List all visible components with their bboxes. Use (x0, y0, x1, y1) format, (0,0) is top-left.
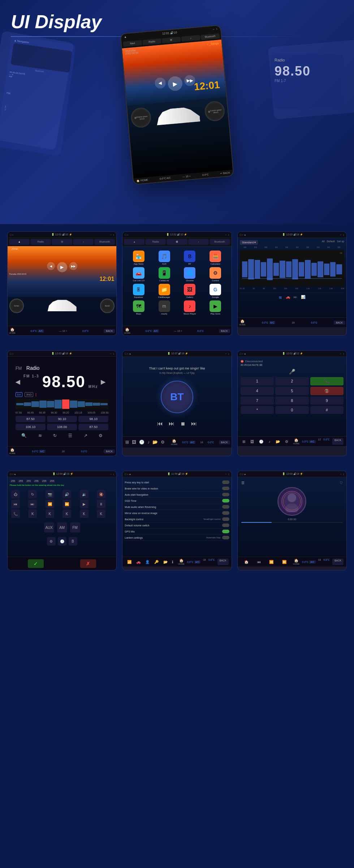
app-google[interactable]: G Google (204, 284, 227, 298)
s2-ac-label[interactable]: A/C (194, 560, 201, 564)
home-nav-radio[interactable]: Radio (30, 239, 51, 245)
radio-eq-icon[interactable]: ≋ (38, 433, 42, 438)
bt-folder-icon[interactable]: 📂 (152, 440, 158, 445)
preset-5[interactable]: 108.00 (47, 424, 77, 430)
s2-home-btn[interactable]: 🏠 HOME (178, 559, 185, 565)
toggle-8[interactable] (222, 523, 229, 527)
eq-bar-7[interactable] (280, 261, 285, 278)
back-btn[interactable]: BACK (104, 329, 115, 333)
eq-bar-13[interactable] (318, 261, 323, 277)
toggle-9[interactable] (222, 530, 229, 533)
settings-check-btn[interactable]: ✓ (28, 559, 44, 568)
phone-back-btn[interactable]: BACK (332, 438, 344, 445)
settings-k4-icon[interactable]: K (80, 509, 88, 518)
settings-gear2-icon[interactable]: ⚙ (47, 537, 56, 546)
apps-slider-plus[interactable]: + (181, 330, 182, 332)
bt-keypad-icon[interactable]: ⊞ (125, 440, 129, 445)
apps-ac-label[interactable]: A/C (153, 329, 159, 333)
eq-chart-icon[interactable]: 📊 (301, 295, 305, 300)
preset-3[interactable]: 98.10 (78, 416, 108, 422)
radio-repeat-icon[interactable]: ↻ (53, 433, 57, 438)
settings-ff-icon[interactable]: ⏩ (62, 500, 71, 508)
dial-call-btn[interactable]: 📞 (310, 377, 344, 385)
home-play[interactable]: ▶ (57, 262, 67, 272)
bt-clock-icon[interactable]: 🕐 (139, 440, 144, 445)
radio-list-icon[interactable]: ☰ (68, 433, 72, 438)
apps-nav-apps[interactable]: ⊞ (167, 239, 187, 245)
toggle-2[interactable] (222, 487, 229, 490)
dial-8[interactable]: 8 (275, 397, 308, 405)
eq-preset-label[interactable]: Standard ▾ (240, 240, 258, 245)
music-prev-icon[interactable]: ⏮ (257, 560, 261, 564)
toggle-6[interactable] (222, 511, 229, 515)
settings-camera-icon[interactable]: 📷 (46, 490, 54, 499)
preset-6[interactable]: 87.50 (78, 424, 108, 430)
app-calculator[interactable]: 🧮 Calculator (204, 251, 227, 265)
app-mozify[interactable]: m mozify (152, 300, 176, 315)
app-carbitlink[interactable]: 📱 CarbitLink (152, 267, 176, 282)
phone-music-icon[interactable]: ♪ (269, 440, 271, 444)
bottom-back[interactable]: ↩ BACK (220, 171, 230, 175)
settings-am-btn[interactable]: AM (57, 522, 67, 533)
eq-setup[interactable]: Set up (337, 240, 344, 245)
eq-bar-4[interactable] (261, 262, 266, 277)
music-progress-bar[interactable] (241, 522, 343, 523)
apps-back-btn[interactable]: BACK (219, 329, 230, 333)
settings-power-icon[interactable]: ⏻ (11, 490, 20, 499)
ac-label[interactable]: A/C (38, 329, 44, 333)
app-maps[interactable]: 🗺 Maps (127, 300, 150, 315)
settings-mute-icon[interactable]: 🔇 (97, 490, 105, 499)
bt-prev-btn[interactable]: ⏮ (157, 420, 163, 427)
eq-back-btn[interactable]: BACK (334, 321, 345, 325)
eq-bar-8[interactable] (286, 261, 292, 277)
music-rewind-icon[interactable]: ⏪ (269, 560, 273, 564)
radio-back-btn[interactable]: BACK (104, 449, 115, 453)
dial-star[interactable]: * (241, 406, 274, 414)
settings-k5-icon[interactable]: K (97, 509, 105, 518)
settings-clock-icon[interactable]: 🕐 (58, 537, 66, 546)
bt-home-btn[interactable]: 🏠 HOME (171, 439, 177, 445)
toggle-5[interactable] (222, 505, 229, 509)
eq-bar-10[interactable] (299, 262, 304, 277)
toggle-7[interactable] (222, 517, 229, 521)
s2-info-icon[interactable]: ℹ (172, 560, 173, 564)
app-aux[interactable]: 🎵 AUX (152, 251, 176, 265)
eq-bar-14[interactable] (324, 264, 329, 275)
eq-bar-16[interactable] (336, 264, 342, 274)
radio-settings-icon[interactable]: ⚙ (99, 433, 103, 438)
slider-plus[interactable]: + (66, 330, 67, 332)
music-ac-label[interactable]: A/C (309, 560, 316, 564)
eq-home-btn[interactable]: 🏠 HOME (239, 319, 246, 326)
music-list-icon[interactable]: ☰ (241, 481, 245, 485)
settings-vol-down-icon[interactable]: 🔉 (80, 490, 88, 499)
toggle-3[interactable] (222, 493, 229, 496)
bottom-slider[interactable]: — 10 + (182, 175, 191, 178)
eq-ac-label[interactable]: A/C (269, 321, 276, 324)
app-control[interactable]: ⚙ Control (204, 267, 227, 282)
s2-folder-icon[interactable]: 📂 (163, 560, 168, 564)
prev-btn[interactable]: ◀ (154, 77, 166, 89)
music-home-btn[interactable]: 🏠 HOME (293, 559, 299, 565)
apps-nav-music[interactable]: ♪ (188, 239, 209, 245)
app-filemanager[interactable]: 📁 FileManager (152, 284, 176, 298)
eq-bar-5[interactable] (267, 258, 272, 280)
home-nav-apps[interactable]: ⊞ (52, 239, 72, 245)
phone-settings-icon[interactable]: ⚙ (285, 440, 288, 444)
app-appstore[interactable]: 🏪 App Store (127, 251, 150, 265)
bt-gear-icon[interactable]: ⚙ (161, 440, 165, 445)
slider-minus[interactable]: — (59, 330, 62, 332)
eq-all[interactable]: All (322, 240, 325, 245)
eq-skip-icon[interactable]: ⏭ (294, 295, 297, 300)
app-gallery[interactable]: 🖼 Gallery (178, 284, 202, 298)
phone-nav-apps[interactable]: ⊞ (162, 37, 181, 43)
toggle-4[interactable] (222, 499, 229, 503)
dial-4[interactable]: 4 (241, 387, 274, 395)
home-prev[interactable]: ◀ (47, 262, 55, 270)
phone-folder-icon[interactable]: 📂 (276, 440, 280, 444)
settings-k-icon[interactable]: K (28, 509, 37, 518)
s2-back-btn[interactable]: BACK (217, 559, 229, 565)
bt-back-btn[interactable]: BACK (219, 440, 230, 444)
eq-bar-6[interactable] (273, 263, 279, 276)
home-nav-bt[interactable]: Bluetooth (94, 239, 115, 245)
app-carlink[interactable]: 🚗 Car Link 2.0 (127, 267, 150, 282)
